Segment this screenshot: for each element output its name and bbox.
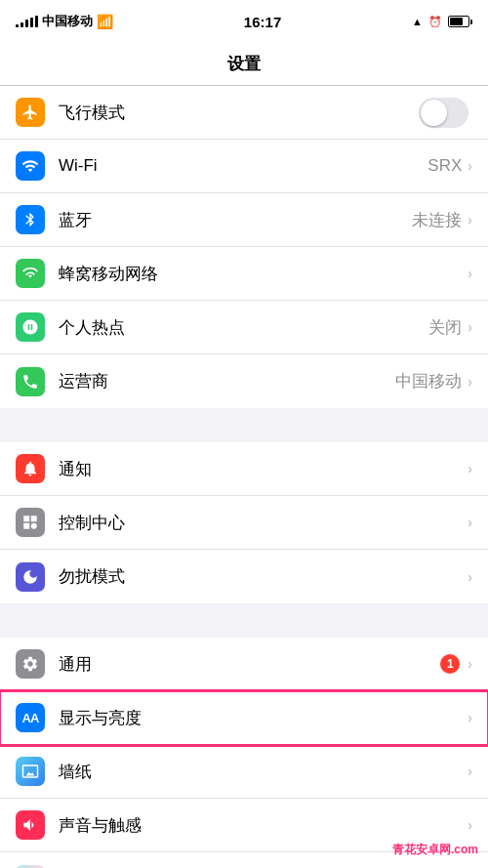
notifications-label: 通知 — [59, 458, 468, 480]
battery-icon — [448, 16, 472, 27]
alarm-icon: ⏰ — [428, 16, 442, 28]
display-brightness-row[interactable]: AA 显示与亮度 › — [0, 691, 488, 745]
notifications-row[interactable]: 通知 › — [0, 442, 488, 496]
hotspot-label: 个人热点 — [59, 316, 428, 339]
do-not-disturb-row[interactable]: 勿扰模式 › — [0, 550, 488, 603]
wifi-icon — [16, 151, 45, 181]
section-divider-2 — [0, 603, 488, 638]
do-not-disturb-label: 勿扰模式 — [59, 565, 468, 588]
bluetooth-icon — [16, 205, 45, 234]
status-carrier-signal: 中国移动 📶 — [16, 13, 113, 30]
location-icon: ▲ — [412, 16, 423, 27]
do-not-disturb-chevron: › — [468, 569, 472, 585]
page-title: 设置 — [227, 53, 261, 75]
carrier-chevron: › — [468, 374, 472, 390]
hotspot-row[interactable]: 个人热点 关闭 › — [0, 301, 488, 354]
airplane-mode-label: 飞行模式 — [59, 102, 419, 124]
wallpaper-icon — [16, 757, 45, 786]
bluetooth-label: 蓝牙 — [59, 209, 412, 231]
general-badge: 1 — [440, 654, 460, 674]
control-center-row[interactable]: 控制中心 › — [0, 496, 488, 550]
display-brightness-label: 显示与亮度 — [59, 707, 468, 729]
wifi-label: Wi-Fi — [59, 156, 427, 176]
display-brightness-icon: AA — [16, 703, 45, 732]
wifi-value: SRX — [427, 156, 462, 176]
control-center-label: 控制中心 — [59, 512, 468, 534]
navigation-bar: 设置 — [0, 43, 488, 86]
control-center-icon — [16, 508, 45, 537]
sounds-icon — [16, 810, 45, 840]
notifications-icon — [16, 454, 45, 483]
status-right-icons: ▲ ⏰ — [412, 16, 472, 28]
sounds-chevron: › — [468, 817, 472, 833]
do-not-disturb-icon — [16, 562, 45, 592]
status-time: 16:17 — [244, 14, 281, 30]
wifi-chevron: › — [468, 158, 472, 174]
wifi-row[interactable]: Wi-Fi SRX › — [0, 140, 488, 193]
bluetooth-chevron: › — [468, 212, 472, 227]
hotspot-icon — [16, 312, 45, 342]
general-settings-row[interactable]: 通用 1 › — [0, 638, 488, 691]
sounds-label: 声音与触感 — [59, 814, 468, 837]
wallpaper-row[interactable]: 墙纸 › — [0, 745, 488, 799]
wallpaper-label: 墙纸 — [59, 761, 468, 783]
general-section: 通用 1 › AA 显示与亮度 › 墙纸 › — [0, 638, 488, 868]
display-brightness-chevron: › — [468, 710, 472, 725]
control-center-chevron: › — [468, 515, 472, 530]
siri-icon — [16, 865, 45, 869]
carrier-value: 中国移动 — [395, 370, 462, 393]
wifi-status-icon: 📶 — [97, 14, 113, 29]
airplane-mode-row[interactable]: 飞行模式 — [0, 86, 488, 140]
general-settings-chevron: › — [468, 656, 472, 672]
section-divider-1 — [0, 408, 488, 442]
carrier-label: 运营商 — [59, 370, 395, 393]
network-section: 飞行模式 Wi-Fi SRX › 蓝牙 未连接 — [0, 86, 488, 408]
bluetooth-row[interactable]: 蓝牙 未连接 › — [0, 193, 488, 247]
airplane-mode-icon — [16, 98, 45, 127]
settings-list: 飞行模式 Wi-Fi SRX › 蓝牙 未连接 — [0, 86, 488, 868]
general-settings-icon — [16, 649, 45, 679]
carrier-icon — [16, 367, 45, 396]
hotspot-value: 关闭 — [428, 316, 462, 339]
cellular-row[interactable]: 蜂窝移动网络 › — [0, 247, 488, 301]
carrier-row[interactable]: 运营商 中国移动 › — [0, 354, 488, 408]
notifications-chevron: › — [468, 461, 472, 476]
cellular-icon — [16, 259, 45, 288]
general-settings-label: 通用 — [59, 653, 440, 676]
cellular-chevron: › — [468, 266, 472, 281]
status-bar: 中国移动 📶 16:17 ▲ ⏰ — [0, 0, 488, 43]
system-section: 通知 › 控制中心 › 勿扰模式 › — [0, 442, 488, 603]
airplane-mode-toggle[interactable] — [419, 98, 468, 128]
hotspot-chevron: › — [468, 319, 472, 335]
cellular-label: 蜂窝移动网络 — [59, 263, 468, 285]
wallpaper-chevron: › — [468, 764, 472, 779]
watermark: 青花安卓网.com — [392, 842, 478, 858]
signal-icon — [16, 16, 38, 27]
carrier-name: 中国移动 — [42, 13, 93, 30]
bluetooth-value: 未连接 — [412, 209, 462, 231]
